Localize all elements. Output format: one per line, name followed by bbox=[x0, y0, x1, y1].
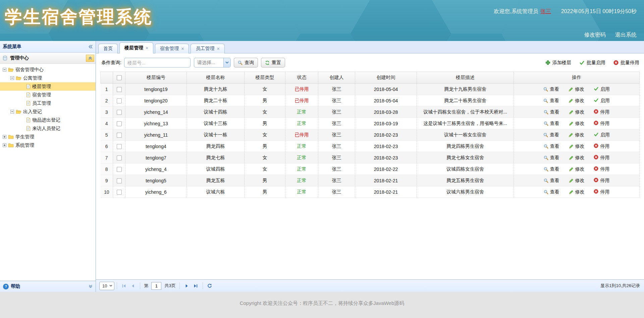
row-checkbox[interactable] bbox=[117, 167, 122, 172]
tree-item[interactable]: 宿舍管理中心 bbox=[0, 65, 96, 74]
tab-close-icon[interactable]: × bbox=[217, 46, 219, 51]
row-checkbox[interactable] bbox=[117, 98, 122, 103]
row-checkbox[interactable] bbox=[117, 110, 122, 115]
tree-item[interactable]: 宿舍管理 bbox=[0, 91, 96, 99]
tree-item[interactable]: 员工管理 bbox=[0, 99, 96, 107]
edit-icon bbox=[569, 110, 574, 115]
toggle-status-link[interactable]: 停用 bbox=[594, 189, 609, 195]
toggle-status-link[interactable]: 停用 bbox=[594, 109, 609, 115]
toggle-status-link[interactable]: 启用 bbox=[594, 98, 610, 104]
page-size-select[interactable]: 10 bbox=[99, 282, 114, 290]
next-page-button[interactable] bbox=[182, 282, 191, 290]
reset-button[interactable]: 重置 bbox=[261, 58, 285, 67]
tab[interactable]: 宿舍管理 × bbox=[155, 44, 189, 53]
toggle-status-link[interactable]: 停用 bbox=[594, 121, 609, 127]
table-header-row: 楼层编号楼层名称楼层类型状态创建人创建时间楼层描述操作 bbox=[101, 72, 640, 84]
expander-icon[interactable] bbox=[21, 101, 24, 105]
batch-disable-button[interactable]: 批量停用 bbox=[613, 60, 639, 66]
first-page-button[interactable] bbox=[119, 282, 128, 290]
row-checkbox[interactable] bbox=[117, 87, 122, 92]
row-checkbox[interactable] bbox=[117, 133, 122, 138]
edit-link[interactable]: 修改 bbox=[569, 121, 585, 127]
toggle-status-label: 停用 bbox=[600, 109, 609, 115]
view-link[interactable]: 查看 bbox=[544, 178, 559, 184]
view-link[interactable]: 查看 bbox=[544, 155, 559, 161]
collapse-sidebar-icon[interactable] bbox=[88, 44, 93, 49]
add-floor-button[interactable]: 添加楼层 bbox=[545, 60, 571, 66]
expander-icon[interactable] bbox=[10, 76, 14, 80]
tree-item[interactable]: 系统管理 bbox=[0, 141, 96, 149]
edit-link[interactable]: 修改 bbox=[569, 143, 585, 149]
refresh-page-button[interactable] bbox=[205, 282, 214, 290]
edit-link[interactable]: 修改 bbox=[569, 132, 584, 138]
toggle-status-link[interactable]: 启用 bbox=[594, 86, 610, 92]
tree-item[interactable]: 公寓管理 bbox=[0, 74, 96, 82]
view-link[interactable]: 查看 bbox=[544, 166, 559, 172]
row-checkbox[interactable] bbox=[117, 190, 122, 195]
tree-item[interactable]: 物品进出登记 bbox=[0, 116, 96, 124]
toggle-status-link[interactable]: 启用 bbox=[594, 132, 610, 138]
view-link[interactable]: 查看 bbox=[544, 143, 559, 149]
expander-icon[interactable] bbox=[10, 110, 14, 113]
expander-icon[interactable] bbox=[3, 143, 6, 147]
tab[interactable]: 员工管理 × bbox=[191, 44, 224, 53]
username-link[interactable]: 张三 bbox=[540, 8, 551, 15]
filter-toolbar: 条件查询: 请选择... 查询 bbox=[96, 53, 644, 71]
search-button[interactable]: 查询 bbox=[234, 58, 258, 67]
disable-icon bbox=[594, 166, 598, 172]
tab[interactable]: 首页 × bbox=[98, 44, 118, 53]
collapse-help-icon[interactable] bbox=[89, 284, 93, 288]
logout-link[interactable]: 退出系统 bbox=[615, 32, 637, 39]
tab[interactable]: 楼层管理 × bbox=[119, 42, 153, 53]
toggle-status-link[interactable]: 停用 bbox=[594, 178, 609, 184]
batch-enable-button[interactable]: 批量启用 bbox=[579, 60, 605, 66]
edit-link[interactable]: 修改 bbox=[569, 155, 585, 161]
tree-item-label: 楼层管理 bbox=[32, 84, 51, 90]
view-link[interactable]: 查看 bbox=[544, 109, 559, 115]
prev-page-button[interactable] bbox=[128, 282, 138, 290]
view-link[interactable]: 查看 bbox=[543, 132, 559, 138]
edit-link[interactable]: 修改 bbox=[569, 86, 584, 92]
creator-cell: 张三 bbox=[318, 141, 355, 152]
tree-item[interactable]: 来访人员登记 bbox=[0, 124, 96, 133]
chevron-down-icon[interactable] bbox=[223, 58, 230, 67]
tree-item[interactable]: 楼层管理 bbox=[0, 82, 96, 91]
expander-icon[interactable] bbox=[21, 118, 24, 122]
last-page-button[interactable] bbox=[191, 282, 200, 290]
edit-link[interactable]: 修改 bbox=[569, 166, 585, 172]
toggle-status-link[interactable]: 停用 bbox=[594, 166, 609, 172]
edit-link[interactable]: 修改 bbox=[569, 178, 585, 184]
view-link[interactable]: 查看 bbox=[544, 189, 559, 195]
view-link[interactable]: 查看 bbox=[544, 121, 559, 127]
expander-icon[interactable] bbox=[3, 68, 6, 72]
row-checkbox[interactable] bbox=[117, 178, 122, 183]
table-row: 1 tenglong19 腾龙十九栋 女 已停用 张三 2018-05-04 腾… bbox=[101, 84, 640, 95]
floor-number-input[interactable] bbox=[124, 58, 191, 67]
edit-link[interactable]: 修改 bbox=[569, 109, 585, 115]
floor-type-select[interactable]: 请选择... bbox=[194, 58, 231, 67]
change-password-link[interactable]: 修改密码 bbox=[584, 32, 606, 39]
edit-link[interactable]: 修改 bbox=[569, 189, 585, 195]
view-link[interactable]: 查看 bbox=[543, 86, 559, 92]
accordion-header[interactable]: 管理中心 bbox=[0, 53, 96, 64]
expander-icon[interactable] bbox=[21, 85, 24, 88]
tree-item[interactable]: 出入登记 bbox=[0, 107, 96, 116]
edit-link[interactable]: 修改 bbox=[569, 98, 584, 104]
row-checkbox[interactable] bbox=[117, 144, 122, 149]
tree-item[interactable]: 学生管理 bbox=[0, 133, 96, 141]
view-link[interactable]: 查看 bbox=[543, 98, 559, 104]
expander-icon[interactable] bbox=[21, 127, 24, 130]
row-checkbox[interactable] bbox=[117, 121, 122, 126]
expander-icon[interactable] bbox=[3, 135, 6, 139]
collapse-panel-icon[interactable] bbox=[86, 55, 94, 62]
tab-close-icon[interactable]: × bbox=[181, 46, 184, 51]
expander-icon[interactable] bbox=[21, 93, 24, 97]
row-checkbox[interactable] bbox=[117, 155, 122, 161]
tab-close-icon[interactable]: × bbox=[146, 45, 148, 51]
toggle-status-link[interactable]: 停用 bbox=[594, 143, 609, 149]
help-label[interactable]: 帮助 bbox=[11, 283, 20, 289]
select-all-checkbox[interactable] bbox=[117, 75, 122, 80]
page-number-input[interactable] bbox=[151, 282, 161, 290]
view-icon bbox=[544, 144, 548, 149]
toggle-status-link[interactable]: 停用 bbox=[594, 155, 609, 161]
